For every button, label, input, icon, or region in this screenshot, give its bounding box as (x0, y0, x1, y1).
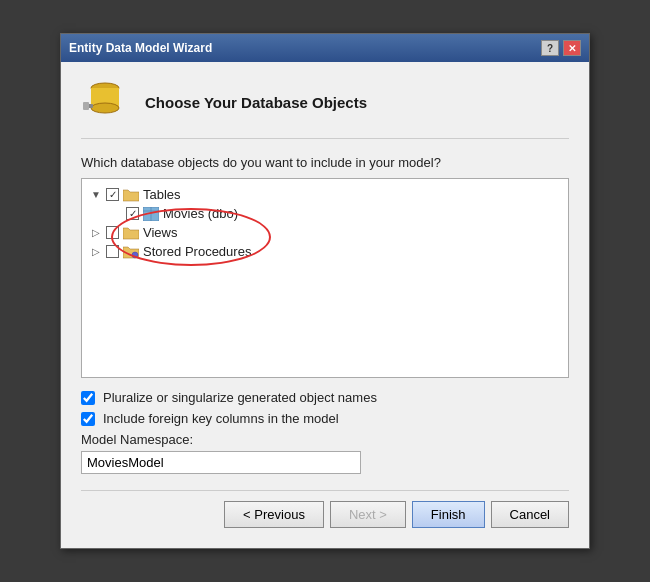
tree-item-movies[interactable]: ▷ Movies (dbo) (90, 204, 560, 223)
finish-button[interactable]: Finish (412, 501, 485, 528)
checkbox-movies[interactable] (126, 207, 139, 220)
next-button[interactable]: Next > (330, 501, 406, 528)
label-tables: Tables (143, 187, 181, 202)
folder-icon-views (123, 226, 139, 240)
question-text: Which database objects do you want to in… (81, 155, 569, 170)
tree-item-tables[interactable]: ▼ Tables (90, 185, 560, 204)
foreignkey-checkbox[interactable] (81, 412, 95, 426)
checkbox-views[interactable] (106, 226, 119, 239)
label-movies: Movies (dbo) (163, 206, 238, 221)
svg-rect-4 (83, 102, 89, 110)
previous-button[interactable]: < Previous (224, 501, 324, 528)
close-button[interactable]: ✕ (563, 40, 581, 56)
svg-point-8 (132, 252, 138, 258)
header-title: Choose Your Database Objects (145, 94, 367, 111)
tree-area[interactable]: ▼ Tables ▷ Mo (81, 178, 569, 378)
window-title: Entity Data Model Wizard (69, 41, 212, 55)
database-icon (81, 78, 129, 126)
foreignkey-row: Include foreign key columns in the model (81, 411, 569, 426)
cancel-button[interactable]: Cancel (491, 501, 569, 528)
tree-area-wrapper: ▼ Tables ▷ Mo (81, 178, 569, 378)
toggle-sp[interactable]: ▷ (90, 246, 102, 258)
checkbox-tables[interactable] (106, 188, 119, 201)
folder-icon-sp (123, 245, 139, 259)
title-bar-buttons: ? ✕ (541, 40, 581, 56)
table-icon-movies (143, 207, 159, 221)
toggle-tables[interactable]: ▼ (90, 189, 102, 201)
label-views: Views (143, 225, 177, 240)
tree-item-stored-procedures[interactable]: ▷ Stored Procedures (90, 242, 560, 261)
namespace-input[interactable] (81, 451, 361, 474)
namespace-label: Model Namespace: (81, 432, 569, 447)
pluralize-label[interactable]: Pluralize or singularize generated objec… (103, 390, 377, 405)
pluralize-checkbox[interactable] (81, 391, 95, 405)
wizard-window: Entity Data Model Wizard ? ✕ Choose Your… (60, 33, 590, 549)
pluralize-row: Pluralize or singularize generated objec… (81, 390, 569, 405)
label-sp: Stored Procedures (143, 244, 251, 259)
svg-point-2 (91, 103, 119, 113)
header-section: Choose Your Database Objects (81, 78, 569, 139)
checkbox-sp[interactable] (106, 245, 119, 258)
title-bar: Entity Data Model Wizard ? ✕ (61, 34, 589, 62)
toggle-movies: ▷ (110, 208, 122, 220)
help-button[interactable]: ? (541, 40, 559, 56)
foreignkey-label[interactable]: Include foreign key columns in the model (103, 411, 339, 426)
toggle-views[interactable]: ▷ (90, 227, 102, 239)
tree-item-views[interactable]: ▷ Views (90, 223, 560, 242)
folder-icon-tables (123, 188, 139, 202)
wizard-content: Choose Your Database Objects Which datab… (61, 62, 589, 548)
button-row: < Previous Next > Finish Cancel (81, 490, 569, 532)
